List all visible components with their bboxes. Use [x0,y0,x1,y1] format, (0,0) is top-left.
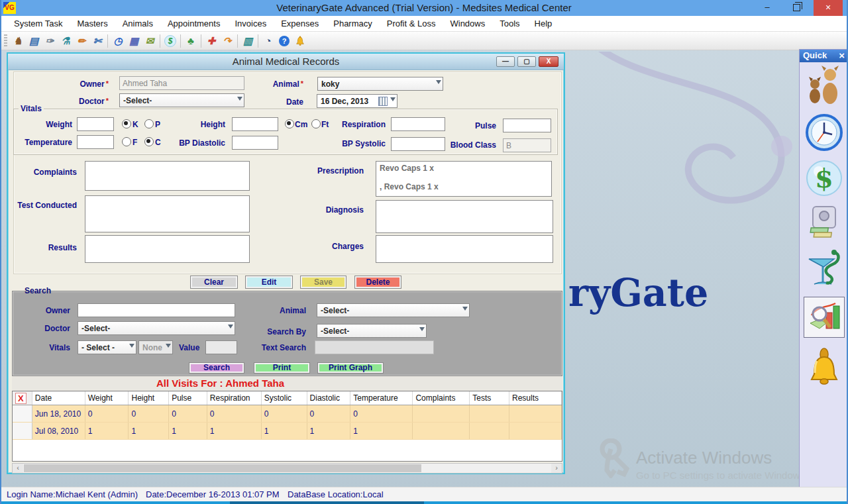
records-icon[interactable]: ▤ [26,34,42,48]
grid-horizontal-scrollbar[interactable]: ‹ › [12,463,562,474]
search-button[interactable]: Search [189,362,244,374]
blood-class-input[interactable] [503,138,551,152]
diagnosis-textarea[interactable] [376,200,553,233]
search-vitals-unit-select[interactable]: None [138,340,173,354]
inventory-icon[interactable]: ♣ [183,34,199,48]
minimize-button[interactable]: – [757,0,778,16]
menu-masters[interactable]: Masters [70,16,115,32]
doctor-select[interactable]: -Select- [119,93,244,107]
dialog-maximize-button[interactable]: ▢ [517,56,536,67]
quick-reminders-button[interactable] [808,346,841,386]
owner-input[interactable] [119,76,244,90]
test-conducted-textarea[interactable] [85,195,250,232]
quick-appointments-button[interactable] [806,114,843,151]
menu-windows[interactable]: Windows [443,16,492,32]
help-icon[interactable]: ? [276,34,292,48]
menu-invoices[interactable]: Invoices [227,16,274,32]
save-button[interactable]: Save [300,276,346,289]
quick-animals-button[interactable] [806,64,842,105]
dollar-icon[interactable]: $ [162,34,178,48]
menu-system-task[interactable]: System Task [7,16,70,32]
row-selector[interactable] [13,423,32,440]
quick-pharmacy-button[interactable] [805,247,843,288]
col-respiration[interactable]: Respiration [207,391,261,405]
clear-button[interactable]: Clear [190,276,238,289]
quick-sidebar-close-icon[interactable]: × [839,50,845,61]
pulse-input[interactable] [503,119,551,132]
search-by-select[interactable]: -Select- [317,324,427,338]
delete-button[interactable]: Delete [354,276,401,289]
temperature-input[interactable] [77,135,114,149]
restore-button[interactable] [786,0,807,16]
charges-textarea[interactable] [376,235,553,263]
respiration-input[interactable] [391,117,445,131]
dog-icon[interactable]: ♞ [10,34,26,48]
search-value-input[interactable] [205,340,237,354]
height-input[interactable] [232,117,278,131]
prescription-textarea[interactable]: Revo Caps 1 x , Revo Caps 1 x [376,161,552,197]
search-doctor-select[interactable]: -Select- [78,321,235,335]
grooming-icon[interactable]: ✄ [89,34,105,48]
col-height[interactable]: Height [129,391,169,405]
menu-expenses[interactable]: Expenses [274,16,326,32]
search-animal-select[interactable]: -Select- [317,303,470,317]
bp-diastolic-input[interactable] [232,136,278,150]
height-unit-ft-radio[interactable] [311,119,321,128]
lab-icon[interactable]: ⚗ [58,34,74,48]
bell-icon[interactable] [292,34,308,48]
animal-select[interactable]: koky [317,77,443,91]
menu-animals[interactable]: Animals [115,16,160,32]
date-picker[interactable]: 16 Dec, 2013 [317,94,398,108]
temp-unit-f-radio[interactable] [122,137,131,146]
weight-unit-k-radio[interactable] [122,119,131,128]
pharmacy-cross-icon[interactable]: ✚ [203,34,219,48]
delete-visit-header[interactable]: X [13,391,32,405]
weight-input[interactable] [77,117,114,131]
menu-profit-loss[interactable]: Profit & Loss [380,16,443,32]
visit-row[interactable]: Jul 08, 2010 1 1 1 1 1 1 1 [13,423,562,440]
pen-icon[interactable]: ✏ [74,34,89,48]
col-results[interactable]: Results [509,391,562,405]
col-temperature[interactable]: Temperature [350,391,413,405]
weight-unit-p-radio[interactable] [144,119,154,128]
complaints-textarea[interactable] [85,161,250,191]
invoice-icon[interactable]: ✉ [142,34,158,48]
col-date[interactable]: Date [32,391,85,405]
dialog-minimize-button[interactable]: — [496,56,515,67]
alarm-icon[interactable]: ◔ [260,34,276,48]
text-search-input[interactable] [315,340,434,354]
row-selector[interactable] [13,405,32,423]
undo-icon[interactable]: ↷ [219,34,235,48]
dialog-close-button[interactable]: X [539,56,558,67]
clock-icon[interactable]: ◷ [110,34,126,48]
quick-reports-button[interactable] [804,297,845,338]
scroll-right-arrow[interactable]: › [551,464,562,473]
syringe-icon[interactable]: ✑ [42,34,58,48]
menu-help[interactable]: Help [527,16,560,32]
col-tests[interactable]: Tests [470,391,509,405]
scroll-left-arrow[interactable]: ‹ [13,464,23,473]
bp-systolic-input[interactable] [391,137,445,151]
print-graph-button[interactable]: Print Graph [317,362,384,374]
height-unit-cm-radio[interactable] [285,119,294,128]
scroll-thumb[interactable] [24,464,421,472]
chart-icon[interactable]: ▥ [240,34,256,48]
temp-unit-c-radio[interactable] [144,137,154,146]
col-pulse[interactable]: Pulse [169,391,207,405]
col-systolic[interactable]: Systolic [261,391,307,405]
visit-row[interactable]: Jun 18, 2010 0 0 0 0 0 0 0 [13,405,562,423]
edit-button[interactable]: Edit [245,276,293,289]
quick-cash-button[interactable] [809,205,839,238]
col-complaints[interactable]: Complaints [413,391,470,405]
search-vitals-select[interactable]: - Select - [78,340,136,354]
register-icon[interactable]: ▦ [126,34,142,48]
menu-pharmacy[interactable]: Pharmacy [326,16,380,32]
menu-tools[interactable]: Tools [492,16,527,32]
col-diastolic[interactable]: Diastolic [307,391,350,405]
quick-billing-button[interactable]: $ [806,160,843,197]
print-button[interactable]: Print [254,362,310,374]
search-owner-input[interactable] [78,303,235,317]
col-weight[interactable]: Weight [85,391,129,405]
menu-appointments[interactable]: Appointments [160,16,228,32]
close-button[interactable]: × [814,0,843,16]
